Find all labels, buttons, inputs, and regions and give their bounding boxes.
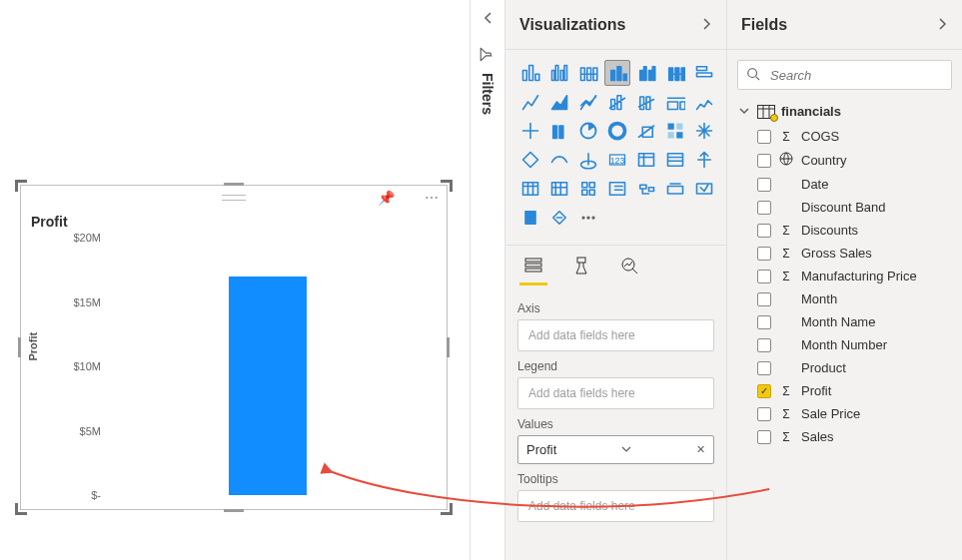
field-row-sale-price[interactable]: ΣSale Price — [727, 402, 962, 425]
fields-search[interactable] — [737, 60, 952, 90]
viz-type-9[interactable] — [575, 89, 601, 115]
field-checkbox[interactable] — [757, 315, 771, 329]
viz-type-8[interactable] — [546, 89, 572, 115]
field-row-profit[interactable]: ✓ΣProfit — [727, 379, 962, 402]
field-checkbox[interactable] — [757, 361, 771, 375]
viz-type-11[interactable] — [633, 89, 659, 115]
viz-type-26[interactable] — [662, 147, 688, 173]
viz-type-16[interactable] — [575, 118, 601, 144]
ytick: $5M — [55, 425, 101, 437]
field-checkbox[interactable] — [757, 407, 771, 421]
viz-type-37[interactable] — [575, 205, 601, 231]
viz-type-18[interactable] — [633, 118, 659, 144]
resize-handle-right[interactable] — [447, 337, 450, 357]
field-checkbox[interactable]: ✓ — [757, 384, 771, 398]
drag-handle-icon[interactable] — [222, 195, 246, 201]
expand-filters-chevron-icon[interactable] — [471, 0, 506, 36]
field-row-month[interactable]: Month — [727, 287, 962, 310]
field-row-date[interactable]: Date — [727, 173, 962, 196]
field-row-discount-band[interactable]: Discount Band — [727, 196, 962, 219]
field-row-sales[interactable]: ΣSales — [727, 425, 962, 448]
pin-icon[interactable]: 📌 — [378, 190, 395, 206]
viz-type-25[interactable] — [633, 147, 659, 173]
viz-type-3[interactable] — [604, 60, 630, 86]
field-row-country[interactable]: Country — [727, 148, 962, 173]
viz-type-0[interactable] — [517, 60, 543, 86]
field-row-product[interactable]: Product — [727, 356, 962, 379]
viz-type-4[interactable] — [633, 60, 659, 86]
field-checkbox[interactable] — [757, 154, 771, 168]
resize-handle-bl[interactable] — [15, 503, 27, 515]
blank-icon — [779, 201, 793, 215]
viz-type-19[interactable] — [662, 118, 688, 144]
viz-type-23[interactable] — [575, 147, 601, 173]
fields-title: Fields — [741, 16, 787, 34]
field-checkbox[interactable] — [757, 338, 771, 352]
field-checkbox[interactable] — [757, 430, 771, 444]
field-row-manufacturing-price[interactable]: ΣManufacturing Price — [727, 265, 962, 287]
viz-type-1[interactable] — [546, 60, 572, 86]
viz-type-20[interactable] — [691, 118, 717, 144]
viz-type-30[interactable] — [575, 176, 601, 202]
viz-type-12[interactable] — [662, 89, 688, 115]
field-row-month-number[interactable]: Month Number — [727, 333, 962, 356]
table-collapse-chevron-icon[interactable] — [739, 106, 751, 118]
chip-remove-icon[interactable]: ✕ — [696, 443, 705, 456]
analytics-tab-icon[interactable] — [613, 250, 645, 281]
fields-search-input[interactable] — [768, 67, 943, 84]
report-canvas[interactable]: 📌 ⋯ Profit Profit $-$5M$10M$15M$20M — [0, 0, 470, 560]
values-well-label: Values — [517, 417, 714, 431]
field-row-discounts[interactable]: ΣDiscounts — [727, 219, 962, 242]
viz-type-27[interactable] — [691, 147, 717, 173]
axis-well[interactable]: Add data fields here — [517, 319, 714, 351]
chart-visual-container[interactable]: 📌 ⋯ Profit Profit $-$5M$10M$15M$20M — [20, 185, 448, 510]
filters-pane-label: Filters — [480, 73, 495, 115]
viz-type-7[interactable] — [517, 89, 543, 115]
sigma-icon: Σ — [779, 270, 793, 283]
fields-tab-icon[interactable] — [517, 250, 549, 281]
viz-type-24[interactable]: 123 — [604, 147, 630, 173]
field-checkbox[interactable] — [757, 201, 771, 215]
viz-type-13[interactable] — [691, 89, 717, 115]
viz-type-21[interactable] — [517, 147, 543, 173]
viz-type-17[interactable] — [604, 118, 630, 144]
chip-dropdown-icon[interactable] — [621, 444, 631, 456]
values-well-chip[interactable]: Profit ✕ — [517, 435, 714, 464]
viz-type-22[interactable] — [546, 147, 572, 173]
viz-type-35[interactable] — [517, 205, 543, 231]
field-checkbox[interactable] — [757, 292, 771, 306]
field-row-month-name[interactable]: Month Name — [727, 310, 962, 333]
viz-type-2[interactable] — [575, 60, 601, 86]
viz-type-31[interactable] — [604, 176, 630, 202]
viz-type-5[interactable] — [662, 60, 688, 86]
viz-type-32[interactable] — [633, 176, 659, 202]
resize-handle-bottom[interactable] — [224, 509, 244, 512]
more-options-icon[interactable]: ⋯ — [425, 190, 439, 206]
viz-type-10[interactable] — [604, 89, 630, 115]
viz-type-28[interactable] — [517, 176, 543, 202]
field-checkbox[interactable] — [757, 130, 771, 144]
format-tab-icon[interactable] — [565, 250, 597, 281]
viz-type-14[interactable] — [517, 118, 543, 144]
viz-type-29[interactable] — [546, 176, 572, 202]
field-checkbox[interactable] — [757, 178, 771, 192]
table-header-row[interactable]: financials — [727, 100, 962, 123]
viz-type-36[interactable] — [546, 205, 572, 231]
viz-type-15[interactable] — [546, 118, 572, 144]
collapse-visualizations-chevron-icon[interactable] — [700, 17, 712, 33]
filters-pane-collapsed[interactable]: Filters — [470, 0, 505, 560]
viz-type-34[interactable] — [691, 176, 717, 202]
viz-type-6[interactable] — [691, 60, 717, 86]
viz-type-33[interactable] — [662, 176, 688, 202]
ytick: $- — [55, 489, 101, 501]
ytick: $10M — [55, 360, 101, 372]
field-row-gross-sales[interactable]: ΣGross Sales — [727, 242, 962, 265]
collapse-fields-chevron-icon[interactable] — [936, 17, 948, 33]
legend-well[interactable]: Add data fields here — [517, 377, 714, 409]
field-row-cogs[interactable]: ΣCOGS — [727, 125, 962, 148]
field-checkbox[interactable] — [757, 270, 771, 283]
tooltips-well[interactable]: Add data fields here — [517, 490, 714, 522]
field-checkbox[interactable] — [757, 247, 771, 261]
resize-handle-left[interactable] — [18, 337, 21, 357]
field-checkbox[interactable] — [757, 224, 771, 238]
